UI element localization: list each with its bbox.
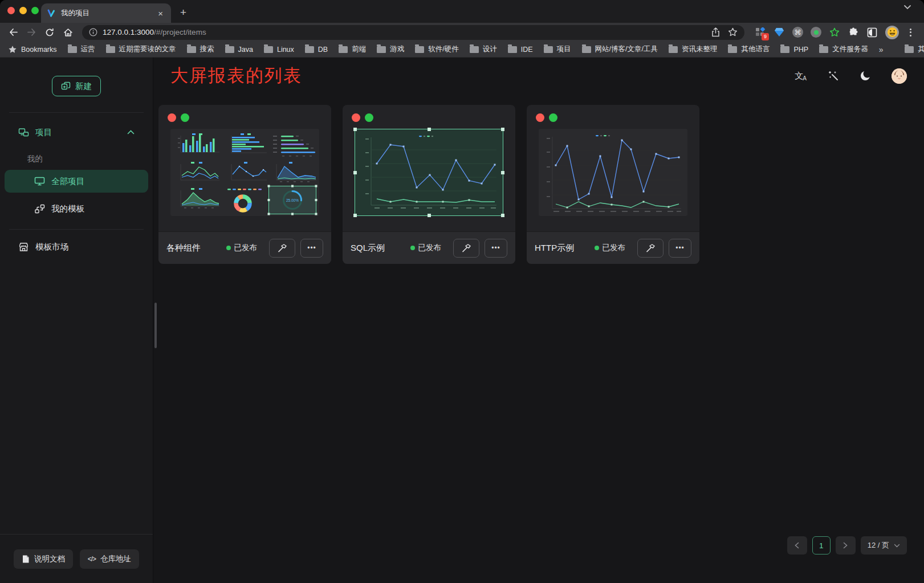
edit-project-button[interactable] (269, 239, 295, 258)
forward-icon[interactable] (24, 25, 39, 40)
new-copy-icon (61, 81, 71, 91)
minimize-window-button[interactable] (19, 7, 27, 14)
tab-close-icon[interactable]: × (156, 9, 165, 18)
url-text: 127.0.0.1:3000/#/project/items (103, 28, 706, 36)
template-flow-icon (34, 204, 45, 214)
prev-page-button[interactable] (787, 536, 807, 555)
bookmark-folder[interactable]: DB (305, 46, 328, 54)
sidebar: 新建 项目 我的 (0, 58, 153, 583)
project-card[interactable]: 25.00% 各种组件 已发布 (158, 105, 331, 264)
tab-search-chevron-icon[interactable] (903, 5, 911, 10)
repo-button[interactable]: </> 仓库地址 (80, 549, 139, 569)
folder-icon (508, 46, 517, 53)
reload-icon[interactable] (42, 25, 57, 40)
folder-icon (187, 46, 196, 53)
page-size-select[interactable]: 12 / 页 (861, 536, 907, 555)
folder-icon (905, 46, 914, 53)
ellipsis-icon: ••• (307, 244, 316, 252)
folder-icon (339, 46, 348, 53)
extension-grid-icon[interactable]: 9 (755, 27, 766, 38)
green-dot (365, 113, 373, 122)
page-number-button[interactable]: 1 (812, 536, 831, 555)
status-dot (410, 246, 415, 250)
more-actions-button[interactable]: ••• (485, 239, 507, 258)
chevron-left-icon (795, 542, 799, 549)
code-icon: </> (88, 555, 96, 563)
sidebar-item-all-projects[interactable]: 全部项目 (5, 170, 148, 193)
bookmark-folder[interactable]: 前端 (339, 44, 366, 54)
chrome-menu-icon[interactable] (906, 28, 915, 36)
bookmark-folder[interactable]: Linux (264, 46, 294, 54)
traffic-lights (7, 7, 39, 14)
bookmark-folder[interactable]: 游戏 (377, 44, 404, 54)
project-card[interactable]: HTTP示例 已发布 ••• (527, 105, 699, 264)
bookmark-folder[interactable]: 近期需要读的文章 (106, 44, 176, 54)
address-bar[interactable]: 127.0.0.1:3000/#/project/items (82, 25, 744, 40)
bookmark-folder[interactable]: 软件/硬件 (415, 44, 458, 54)
bookmark-folder[interactable]: 文件服务器 (819, 44, 868, 54)
browser-window: 我的项目 × + 127.0.0.1:3000/#/project/items (0, 0, 924, 583)
card-preview-charts: 25.00% (170, 129, 319, 216)
folder-icon (305, 46, 314, 53)
extension-gem-icon[interactable] (774, 27, 785, 38)
share-icon[interactable] (711, 27, 720, 37)
edit-project-button[interactable] (637, 239, 664, 258)
close-window-button[interactable] (7, 7, 15, 14)
bookmarks-overflow-chevron[interactable]: » (879, 45, 884, 54)
more-actions-button[interactable]: ••• (669, 239, 691, 258)
bookmarks-manager[interactable]: Bookmarks (8, 45, 57, 54)
language-icon[interactable]: 文A (795, 71, 807, 81)
user-avatar[interactable] (892, 68, 907, 84)
bookmark-folder[interactable]: 项目 (544, 44, 571, 54)
extension-record-icon[interactable] (811, 27, 821, 38)
folder-icon (225, 46, 234, 53)
bookmark-folder[interactable]: 网站/博客/文章/工具 (582, 44, 658, 54)
bookmark-folder[interactable]: Java (225, 46, 253, 54)
bookmark-folder[interactable]: PHP (780, 46, 808, 54)
card-traffic-dots (527, 105, 699, 122)
bookmark-folder[interactable]: 搜索 (187, 44, 214, 54)
extensions-puzzle-icon[interactable] (848, 27, 859, 38)
edit-project-button[interactable] (453, 239, 479, 258)
bookmark-star-icon[interactable] (728, 27, 738, 37)
dark-mode-moon-icon[interactable] (860, 70, 871, 81)
project-card[interactable]: SQL示例 已发布 ••• (343, 105, 515, 264)
next-page-button[interactable] (836, 536, 856, 555)
dark-reader-icon[interactable] (866, 27, 878, 38)
back-icon[interactable] (6, 25, 21, 40)
sidebar-item-my-templates[interactable]: 我的模板 (5, 197, 148, 220)
green-dot (549, 113, 557, 122)
status-badge: 已发布 (595, 243, 626, 253)
more-actions-button[interactable]: ••• (300, 239, 323, 258)
browser-tab[interactable]: 我的项目 × (41, 3, 171, 23)
scrollbar-thumb[interactable] (154, 303, 157, 348)
bookmark-folder[interactable]: 资讯未整理 (669, 44, 718, 54)
bookmark-folder[interactable]: 设计 (470, 44, 497, 54)
folder-icon (264, 46, 273, 53)
zoom-window-button[interactable] (31, 7, 39, 14)
sidebar-item-template-market[interactable]: 模板市场 (5, 235, 148, 258)
site-info-icon[interactable] (89, 28, 97, 36)
other-bookmarks[interactable]: 其他书签 (905, 44, 924, 54)
folder-icon (415, 46, 424, 53)
profile-avatar-icon[interactable] (885, 26, 899, 39)
red-dot (352, 113, 360, 122)
new-project-button[interactable]: 新建 (52, 76, 101, 96)
sidebar-item-project[interactable]: 项目 (5, 121, 148, 144)
extensions-area: 9 ⌘ (751, 26, 918, 39)
home-icon[interactable] (60, 25, 75, 40)
project-card-list: 25.00% 各种组件 已发布 (153, 94, 924, 264)
project-title: HTTP示例 (535, 243, 595, 254)
chevron-up-icon[interactable] (127, 130, 135, 134)
bookmarks-bar: Bookmarks 运营 近期需要读的文章 搜索 Java Linux DB 前… (0, 42, 924, 58)
bookmark-folder[interactable]: 运营 (68, 44, 95, 54)
bookmark-folder[interactable]: 其他语言 (728, 44, 770, 54)
sidebar-divider (9, 229, 144, 230)
ellipsis-icon: ••• (675, 244, 685, 252)
bookmark-folder[interactable]: IDE (508, 46, 533, 54)
extension-cmd-icon[interactable]: ⌘ (792, 27, 803, 38)
docs-button[interactable]: 说明文档 (14, 549, 73, 569)
new-tab-button[interactable]: + (180, 6, 186, 19)
theme-wand-icon[interactable] (828, 70, 839, 81)
extension-star-icon[interactable] (829, 27, 840, 38)
